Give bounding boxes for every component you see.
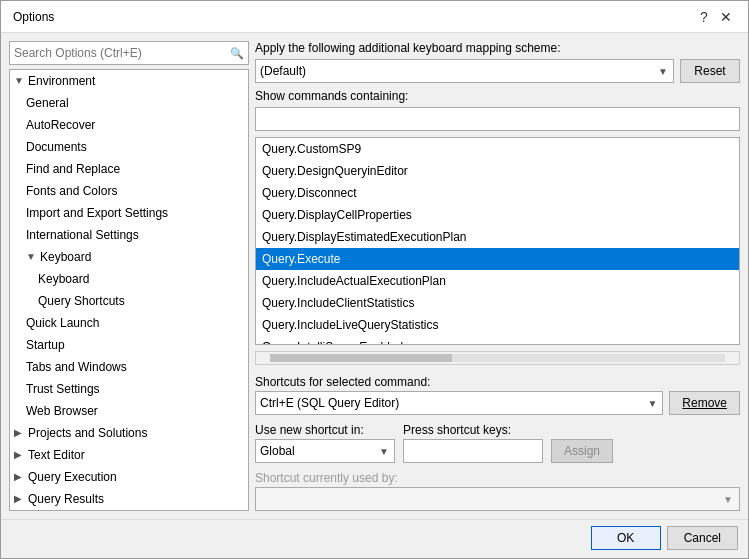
expand-icon-projects: ▶ <box>14 424 26 442</box>
new-shortcut-row: Use new shortcut in: Global ▼ Press shor… <box>255 423 740 463</box>
currently-used-box: ▼ <box>255 487 740 511</box>
tree-label-query-results: Query Results <box>28 490 104 508</box>
left-panel: 🔍 ▼ Environment General Auto <box>9 41 249 511</box>
close-button[interactable]: ✕ <box>716 7 736 27</box>
tree-item-startup[interactable]: Startup <box>10 334 248 356</box>
search-icon-button[interactable]: 🔍 <box>226 42 248 64</box>
tree-item-trust-settings[interactable]: Trust Settings <box>10 378 248 400</box>
dialog-body: 🔍 ▼ Environment General Auto <box>1 33 748 519</box>
currently-used-box-arrow: ▼ <box>723 494 733 505</box>
shortcuts-section: Shortcuts for selected command: Ctrl+E (… <box>255 371 740 415</box>
reset-button[interactable]: Reset <box>680 59 740 83</box>
tree-label-fonts-colors: Fonts and Colors <box>26 182 117 200</box>
right-panel: Apply the following additional keyboard … <box>255 41 740 511</box>
tree-item-documents[interactable]: Documents <box>10 136 248 158</box>
cancel-button[interactable]: Cancel <box>667 526 738 550</box>
tree-label-keyboard-child: Keyboard <box>38 270 89 288</box>
use-new-shortcut-col: Use new shortcut in: Global ▼ <box>255 423 395 463</box>
cmd-item-include-actual[interactable]: Query.IncludeActualExecutionPlan <box>256 270 739 292</box>
cmd-item-include-live[interactable]: Query.IncludeLiveQueryStatistics <box>256 314 739 336</box>
tree-item-query-results[interactable]: ▶ Query Results <box>10 488 248 510</box>
tree-item-import-export[interactable]: Import and Export Settings <box>10 202 248 224</box>
tree-item-find-replace[interactable]: Find and Replace <box>10 158 248 180</box>
tree-label-environment: Environment <box>28 72 95 90</box>
help-button[interactable]: ? <box>694 7 714 27</box>
dialog-footer: OK Cancel <box>1 519 748 558</box>
tree-label-autorecover: AutoRecover <box>26 116 95 134</box>
tree-item-projects-solutions[interactable]: ▶ Projects and Solutions <box>10 422 248 444</box>
tree-label-query-execution: Query Execution <box>28 468 117 486</box>
cmd-item-include-client[interactable]: Query.IncludeClientStatistics <box>256 292 739 314</box>
expand-icon-keyboard: ▼ <box>26 248 38 266</box>
tree-item-keyboard-parent[interactable]: ▼ Keyboard <box>10 246 248 268</box>
tree-item-general[interactable]: General <box>10 92 248 114</box>
commands-list[interactable]: Query.CustomSP9 Query.DesignQueryinEdito… <box>255 137 740 345</box>
expand-icon-text-editor: ▶ <box>14 446 26 464</box>
use-new-shortcut-dropdown-container: Global ▼ <box>255 439 395 463</box>
expand-icon-environment: ▼ <box>14 72 26 90</box>
options-dialog: Options ? ✕ 🔍 ▼ Environment <box>0 0 749 559</box>
tree-label-web-browser: Web Browser <box>26 402 98 420</box>
title-bar-left: Options <box>13 10 54 24</box>
cmd-item-execute[interactable]: Query.Execute <box>256 248 739 270</box>
tree-item-keyboard-child[interactable]: Keyboard <box>10 268 248 290</box>
tree-container: ▼ Environment General AutoRecover <box>9 69 249 511</box>
tree-label-tabs-windows: Tabs and Windows <box>26 358 127 376</box>
apply-scheme-label: Apply the following additional keyboard … <box>255 41 740 55</box>
cmd-item-intellisense[interactable]: Query.IntelliSenseEnabled <box>256 336 739 345</box>
tree-label-import-export: Import and Export Settings <box>26 204 168 222</box>
tree-label-query-shortcuts: Query Shortcuts <box>38 292 125 310</box>
currently-used-section: Shortcut currently used by: ▼ <box>255 471 740 511</box>
ok-button[interactable]: OK <box>591 526 661 550</box>
tree-item-fonts-colors[interactable]: Fonts and Colors <box>10 180 248 202</box>
cmd-item-custom-sp9[interactable]: Query.CustomSP9 <box>256 138 739 160</box>
search-box-container: 🔍 <box>9 41 249 65</box>
tree-item-designers[interactable]: ▶ Designers <box>10 510 248 511</box>
tree-item-text-editor[interactable]: ▶ Text Editor <box>10 444 248 466</box>
cmd-item-display-cell[interactable]: Query.DisplayCellProperties <box>256 204 739 226</box>
scheme-dropdown-container: (Default) ▼ <box>255 59 674 83</box>
tree-item-tabs-windows[interactable]: Tabs and Windows <box>10 356 248 378</box>
tree-label-trust-settings: Trust Settings <box>26 380 100 398</box>
tree-label-quick-launch: Quick Launch <box>26 314 99 332</box>
title-bar: Options ? ✕ <box>1 1 748 33</box>
press-shortcut-label: Press shortcut keys: <box>403 423 543 437</box>
tree-item-international[interactable]: International Settings <box>10 224 248 246</box>
title-bar-controls: ? ✕ <box>694 7 736 27</box>
expand-icon-query-results: ▶ <box>14 490 26 508</box>
tree-label-text-editor: Text Editor <box>28 446 85 464</box>
tree-item-query-execution[interactable]: ▶ Query Execution <box>10 466 248 488</box>
search-input[interactable] <box>10 46 226 60</box>
cmd-item-disconnect[interactable]: Query.Disconnect <box>256 182 739 204</box>
currently-used-label: Shortcut currently used by: <box>255 471 740 485</box>
tree-label-general: General <box>26 94 69 112</box>
shortcut-dropdown[interactable]: Ctrl+E (SQL Query Editor) <box>255 391 663 415</box>
expand-icon-query-execution: ▶ <box>14 468 26 486</box>
tree-item-query-shortcuts[interactable]: Query Shortcuts <box>10 290 248 312</box>
tree-label-international: International Settings <box>26 226 139 244</box>
apply-scheme-section: Apply the following additional keyboard … <box>255 41 740 83</box>
tree-label-startup: Startup <box>26 336 65 354</box>
dialog-title: Options <box>13 10 54 24</box>
press-shortcut-col: Press shortcut keys: <box>403 423 543 463</box>
commands-filter-input[interactable] <box>255 107 740 131</box>
tree-item-autorecover[interactable]: AutoRecover <box>10 114 248 136</box>
shortcut-dropdown-container: Ctrl+E (SQL Query Editor) ▼ <box>255 391 663 415</box>
tree-item-quick-launch[interactable]: Quick Launch <box>10 312 248 334</box>
show-commands-label: Show commands containing: <box>255 89 740 103</box>
tree-item-environment[interactable]: ▼ Environment <box>10 70 248 92</box>
cmd-item-display-estimated[interactable]: Query.DisplayEstimatedExecutionPlan <box>256 226 739 248</box>
tree-label-keyboard-parent: Keyboard <box>40 248 91 266</box>
use-new-shortcut-dropdown[interactable]: Global <box>255 439 395 463</box>
scheme-dropdown[interactable]: (Default) <box>255 59 674 83</box>
tree-label-projects-solutions: Projects and Solutions <box>28 424 147 442</box>
press-shortcut-input[interactable] <box>403 439 543 463</box>
horizontal-scrollbar[interactable] <box>255 351 740 365</box>
tree-label-documents: Documents <box>26 138 87 156</box>
tree-item-web-browser[interactable]: Web Browser <box>10 400 248 422</box>
cmd-item-design-query[interactable]: Query.DesignQueryinEditor <box>256 160 739 182</box>
shortcuts-label: Shortcuts for selected command: <box>255 375 740 389</box>
assign-button[interactable]: Assign <box>551 439 613 463</box>
show-commands-section: Show commands containing: <box>255 89 740 131</box>
remove-button[interactable]: Remove <box>669 391 740 415</box>
